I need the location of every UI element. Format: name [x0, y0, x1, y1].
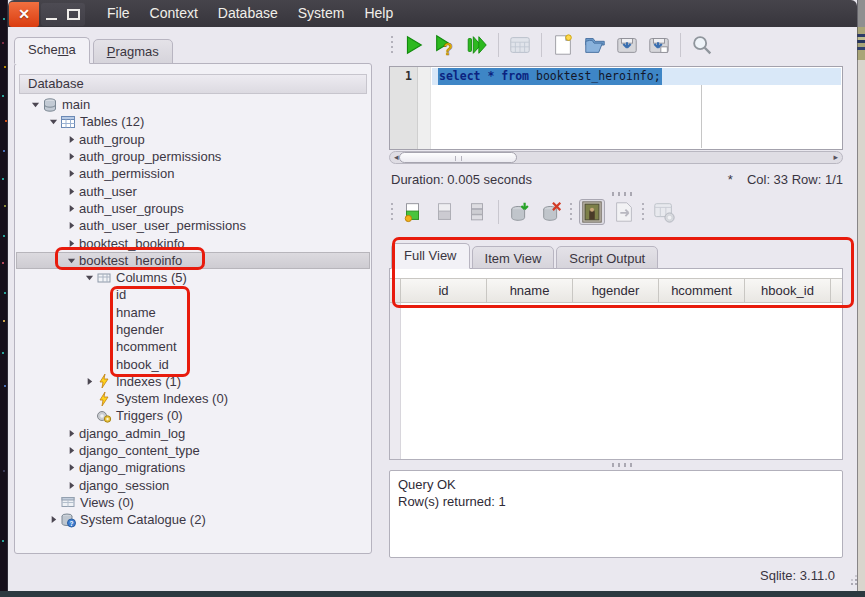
close-button[interactable]: ✕ — [9, 2, 39, 27]
twisty-open-icon[interactable] — [82, 273, 96, 282]
svg-text:?: ? — [443, 41, 453, 57]
toolbar-grip[interactable] — [569, 203, 572, 221]
twisty-closed-icon[interactable] — [64, 481, 78, 490]
menu-item-system[interactable]: System — [288, 0, 355, 27]
tree-item-auth-user-groups[interactable]: auth_user_groups — [16, 200, 370, 217]
tree-item-indexes-1[interactable]: Indexes (1) — [16, 373, 370, 390]
tree-item-django-migrations[interactable]: django_migrations — [16, 459, 370, 476]
tree-item-label: Tables (12) — [79, 114, 144, 129]
tree-item-django-admin-log[interactable]: django_admin_log — [16, 425, 370, 442]
tree-item-views-0[interactable]: Views (0) — [16, 494, 370, 511]
view-icon — [60, 494, 79, 510]
desktop-background-left — [0, 0, 8, 597]
tree-item-django-content-type[interactable]: django_content_type — [16, 442, 370, 459]
modified-marker: * — [728, 172, 733, 187]
insert-row-icon[interactable] — [400, 199, 426, 225]
maximize-button[interactable] — [63, 3, 85, 26]
tree-item-columns-5[interactable]: Columns (5) — [16, 269, 370, 286]
tree-item-label: System Catalogue (2) — [79, 512, 206, 527]
run-icon[interactable] — [400, 32, 426, 58]
twisty-open-icon[interactable] — [28, 100, 42, 109]
tree-item-id[interactable]: id — [16, 286, 370, 303]
save-file-icon[interactable] — [614, 32, 640, 58]
twisty-closed-icon[interactable] — [64, 135, 78, 144]
twisty-closed-icon[interactable] — [64, 446, 78, 455]
find-icon[interactable] — [689, 32, 715, 58]
editor-horizontal-scrollbar[interactable]: ◂ ▸ — [389, 151, 843, 164]
tree-item-hbook-id[interactable]: hbook_id — [16, 355, 370, 372]
sql-text: booktest_heroinfo; — [529, 69, 661, 83]
splitter-handle[interactable] — [612, 192, 634, 196]
menu-item-help[interactable]: Help — [354, 0, 403, 27]
sql-editor[interactable]: 1 select * from booktest_heroinfo; — [389, 66, 843, 150]
twisty-closed-icon[interactable] — [64, 429, 78, 438]
database-icon — [42, 97, 61, 113]
scroll-left-arrow-icon[interactable]: ◂ — [394, 152, 399, 163]
toolbar-separator — [680, 33, 681, 57]
tree-item-auth-user[interactable]: auth_user — [16, 182, 370, 199]
tab-schema[interactable]: Schema — [14, 37, 90, 64]
tree-item-main[interactable]: main — [16, 96, 370, 113]
sql-current-line: select * from booktest_heroinfo; — [432, 68, 841, 85]
tree-item-label: auth_permission — [78, 166, 174, 181]
scroll-right-arrow-icon[interactable]: ▸ — [833, 152, 838, 163]
menu-item-context[interactable]: Context — [140, 0, 208, 27]
minimize-button[interactable] — [41, 3, 63, 26]
screen: ✕ FileContextDatabaseSystemHelp SchemaPr… — [0, 0, 865, 597]
tab-pragmas[interactable]: Pragmas — [93, 39, 173, 64]
splitter-handle[interactable] — [612, 463, 634, 467]
tree-item-system-catalogue-2[interactable]: ?System Catalogue (2) — [16, 511, 370, 528]
twisty-closed-icon[interactable] — [64, 204, 78, 213]
toolbar-grip[interactable] — [390, 203, 393, 221]
menu-item-database[interactable]: Database — [208, 0, 288, 27]
toolbar-grip[interactable] — [390, 36, 393, 54]
toolbar-grip[interactable] — [641, 203, 644, 221]
tree-item-label: Views (0) — [79, 495, 134, 510]
twisty-closed-icon[interactable] — [82, 377, 96, 386]
twisty-closed-icon[interactable] — [64, 169, 78, 178]
tree-item-auth-group-permissions[interactable]: auth_group_permissions — [16, 148, 370, 165]
blob-preview-icon[interactable] — [579, 199, 605, 225]
run-explain-icon[interactable]: ? — [432, 32, 458, 58]
delete-row-icon — [432, 199, 458, 225]
maximize-icon — [67, 9, 80, 20]
tree-item-hname[interactable]: hname — [16, 304, 370, 321]
twisty-open-icon[interactable] — [46, 117, 60, 126]
cursor-position-label: *Col: 33 Row: 1/1 — [728, 172, 843, 187]
tree-item-label: Columns (5) — [115, 270, 187, 285]
twisty-closed-icon[interactable] — [64, 221, 78, 230]
open-file-icon[interactable] — [582, 32, 608, 58]
tree-item-hcomment[interactable]: hcomment — [16, 338, 370, 355]
tree-item-hgender[interactable]: hgender — [16, 321, 370, 338]
save-as-file-icon[interactable] — [646, 32, 672, 58]
rollback-icon[interactable] — [539, 199, 565, 225]
tree-item-label: System Indexes (0) — [115, 391, 228, 406]
annotation-box-heroinfo — [55, 247, 205, 270]
tree-item-label: Triggers (0) — [115, 408, 183, 423]
desktop-background-bottom — [0, 591, 865, 597]
system-catalogue-icon: ? — [60, 512, 79, 528]
tree-item-django-session[interactable]: django_session — [16, 477, 370, 494]
twisty-closed-icon[interactable] — [46, 515, 60, 524]
twisty-closed-icon[interactable] — [64, 463, 78, 472]
tree-item-auth-group[interactable]: auth_group — [16, 131, 370, 148]
menu-item-file[interactable]: File — [97, 0, 140, 27]
tree-item-triggers-0[interactable]: Triggers (0) — [16, 407, 370, 424]
tree-item-tables-12[interactable]: Tables (12) — [16, 113, 370, 130]
col-row-label: Col: 33 Row: 1/1 — [747, 172, 843, 187]
commit-icon[interactable] — [507, 199, 533, 225]
attach-table-icon — [507, 32, 533, 58]
run-step-icon[interactable] — [464, 32, 490, 58]
twisty-closed-icon[interactable] — [64, 187, 78, 196]
new-file-icon[interactable] — [550, 32, 576, 58]
tree-item-auth-permission[interactable]: auth_permission — [16, 165, 370, 182]
tree-item-label: django_content_type — [78, 443, 200, 458]
resize-grip[interactable] — [851, 583, 853, 585]
scrollbar-thumb[interactable] — [399, 152, 517, 163]
tree-item-auth-user-user-permissions[interactable]: auth_user_user_permissions — [16, 217, 370, 234]
tree-item-system-indexes-0[interactable]: System Indexes (0) — [16, 390, 370, 407]
tree-header: Database — [19, 74, 367, 94]
left-tab-bar: SchemaPragmas — [14, 37, 173, 64]
toolbar-separator — [498, 200, 499, 224]
twisty-closed-icon[interactable] — [64, 152, 78, 161]
